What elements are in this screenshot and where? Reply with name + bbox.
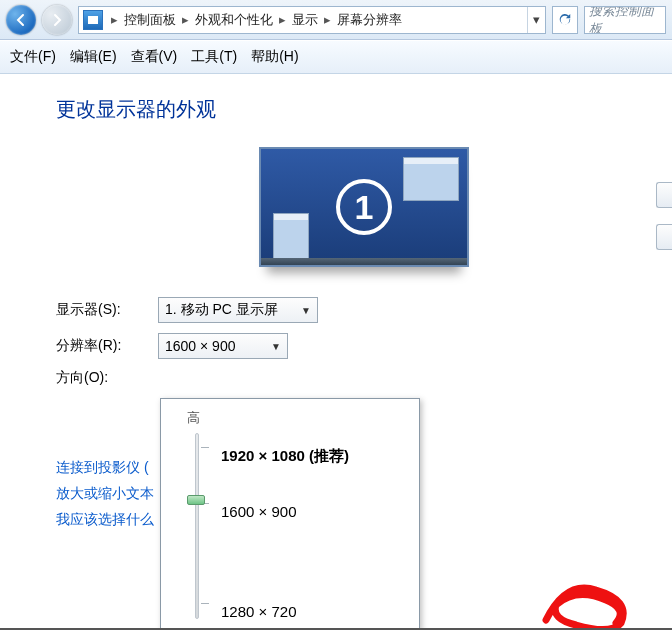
page-title: 更改显示器的外观 bbox=[56, 96, 672, 123]
side-button-1[interactable] bbox=[656, 182, 672, 208]
display-value: 1. 移动 PC 显示屏 bbox=[165, 301, 278, 319]
orientation-row: 方向(O): bbox=[56, 369, 672, 387]
resolution-option[interactable]: 1920 × 1080 (推荐) bbox=[221, 447, 349, 466]
chevron-down-icon: ▼ bbox=[263, 341, 281, 352]
resolution-label: 分辨率(R): bbox=[56, 337, 158, 355]
chevron-right-icon[interactable]: ▸ bbox=[320, 12, 335, 27]
display-row: 显示器(S): 1. 移动 PC 显示屏 ▼ bbox=[56, 297, 672, 323]
monitor-number-badge: 1 bbox=[336, 179, 392, 235]
forward-button[interactable] bbox=[42, 5, 72, 35]
back-button[interactable] bbox=[6, 5, 36, 35]
side-button-2[interactable] bbox=[656, 224, 672, 250]
monitor-preview[interactable]: 1 bbox=[259, 147, 469, 267]
crumb-control-panel[interactable]: 控制面板 bbox=[122, 11, 178, 29]
slider-tick bbox=[201, 603, 209, 604]
menu-view[interactable]: 查看(V) bbox=[131, 48, 178, 66]
crumb-display[interactable]: 显示 bbox=[290, 11, 320, 29]
preview-window-icon bbox=[273, 213, 309, 259]
menu-edit[interactable]: 编辑(E) bbox=[70, 48, 117, 66]
display-combo[interactable]: 1. 移动 PC 显示屏 ▼ bbox=[158, 297, 318, 323]
search-placeholder: 搜索控制面板 bbox=[589, 6, 661, 34]
crumb-appearance[interactable]: 外观和个性化 bbox=[193, 11, 275, 29]
slider-track bbox=[195, 433, 199, 619]
resolution-option[interactable]: 1600 × 900 bbox=[221, 503, 297, 520]
preview-window-icon bbox=[403, 157, 459, 201]
refresh-button[interactable] bbox=[552, 6, 578, 34]
chevron-right-icon[interactable]: ▸ bbox=[275, 12, 290, 27]
chevron-right-icon[interactable]: ▸ bbox=[107, 12, 122, 27]
slider-tick bbox=[201, 447, 209, 448]
side-buttons bbox=[656, 182, 672, 266]
menu-tools[interactable]: 工具(T) bbox=[191, 48, 237, 66]
resolution-popup: 高 1920 × 1080 (推荐)1600 × 9001280 × 720 bbox=[160, 398, 420, 630]
slider-thumb[interactable] bbox=[187, 495, 205, 505]
breadcrumb-dropdown[interactable]: ▾ bbox=[527, 7, 545, 33]
chevron-right-icon[interactable]: ▸ bbox=[178, 12, 193, 27]
address-bar: ▸ 控制面板 ▸ 外观和个性化 ▸ 显示 ▸ 屏幕分辨率 ▾ 搜索控制面板 bbox=[0, 0, 672, 40]
menu-bar: 文件(F) 编辑(E) 查看(V) 工具(T) 帮助(H) bbox=[0, 40, 672, 74]
resolution-value: 1600 × 900 bbox=[165, 338, 235, 354]
control-panel-icon bbox=[83, 10, 103, 30]
preview-taskbar bbox=[261, 258, 467, 265]
search-input[interactable]: 搜索控制面板 bbox=[584, 6, 666, 34]
breadcrumb[interactable]: ▸ 控制面板 ▸ 外观和个性化 ▸ 显示 ▸ 屏幕分辨率 ▾ bbox=[78, 6, 546, 34]
resolution-combo[interactable]: 1600 × 900 ▼ bbox=[158, 333, 288, 359]
orientation-label: 方向(O): bbox=[56, 369, 158, 387]
display-label: 显示器(S): bbox=[56, 301, 158, 319]
annotation-scribble bbox=[536, 575, 646, 630]
resolution-slider[interactable] bbox=[187, 433, 205, 619]
chevron-down-icon: ▼ bbox=[293, 305, 311, 316]
resolution-option[interactable]: 1280 × 720 bbox=[221, 603, 297, 620]
crumb-resolution[interactable]: 屏幕分辨率 bbox=[335, 11, 404, 29]
resolution-row: 分辨率(R): 1600 × 900 ▼ bbox=[56, 333, 672, 359]
menu-file[interactable]: 文件(F) bbox=[10, 48, 56, 66]
slider-high-label: 高 bbox=[187, 409, 405, 427]
menu-help[interactable]: 帮助(H) bbox=[251, 48, 298, 66]
